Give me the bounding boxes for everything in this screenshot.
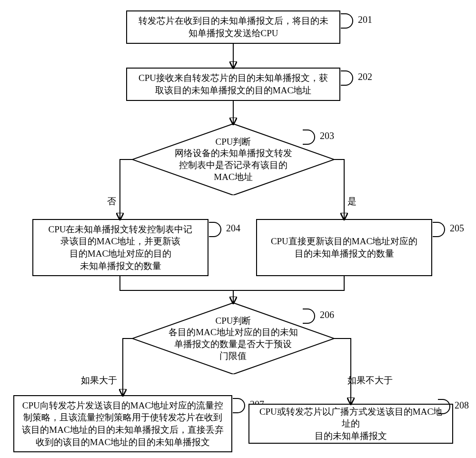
- label-208: 208: [455, 400, 469, 411]
- node-205-text: CPU直接更新该目的MAC地址对应的 目的未知单播报文的数量: [271, 235, 417, 259]
- node-202: CPU接收来自转发芯片的目的未知单播报文，获 取该目的未知单播报文的目的MAC地…: [126, 68, 340, 101]
- edge-206-gt: 如果大于: [81, 374, 117, 387]
- node-201-text: 转发芯片在收到目的未知单播报文后，将目的未 知单播报文发送给CPU: [139, 15, 328, 39]
- brace-207: [233, 398, 245, 413]
- label-203: 203: [320, 130, 334, 141]
- label-205: 205: [450, 223, 464, 234]
- node-208: CPU或转发芯片以广播方式发送该目的MAC地址的 目的未知单播报文: [248, 404, 453, 444]
- decision-203-text: CPU判断 网络设备的未知单播报文转发 控制表中是否记录有该目的 MAC地址: [175, 136, 292, 183]
- edge-203-no: 否: [107, 195, 116, 208]
- brace-202: [341, 70, 353, 86]
- decision-206-text: CPU判断 各目的MAC地址对应的目的未知 单播报文的数量是否大于预设 门限值: [169, 315, 298, 362]
- node-204: CPU在未知单播报文转发控制表中记 录该目的MAC地址，并更新该 目的MAC地址…: [32, 219, 208, 276]
- node-207: CPU向转发芯片发送该目的MAC地址对应的流量控 制策略，且该流量控制策略用于使…: [13, 395, 232, 452]
- node-207-text: CPU向转发芯片发送该目的MAC地址对应的流量控 制策略，且该流量控制策略用于使…: [22, 399, 223, 448]
- node-204-text: CPU在未知单播报文转发控制表中记 录该目的MAC地址，并更新该 目的MAC地址…: [49, 223, 193, 272]
- edge-206-le: 如果不大于: [347, 374, 393, 387]
- label-201: 201: [358, 14, 372, 25]
- node-208-text: CPU或转发芯片以广播方式发送该目的MAC地址的 目的未知单播报文: [255, 406, 446, 442]
- label-202: 202: [358, 71, 372, 82]
- node-201: 转发芯片在收到目的未知单播报文后，将目的未 知单播报文发送给CPU: [126, 10, 340, 44]
- label-204: 204: [226, 223, 240, 234]
- edge-203-yes: 是: [347, 195, 357, 208]
- node-205: CPU直接更新该目的MAC地址对应的 目的未知单播报文的数量: [256, 219, 432, 276]
- brace-204: [209, 222, 221, 237]
- brace-205: [433, 222, 445, 237]
- node-202-text: CPU接收来自转发芯片的目的未知单播报文，获 取该目的未知单播报文的目的MAC地…: [139, 72, 328, 96]
- label-206: 206: [320, 309, 334, 320]
- brace-201: [341, 13, 353, 29]
